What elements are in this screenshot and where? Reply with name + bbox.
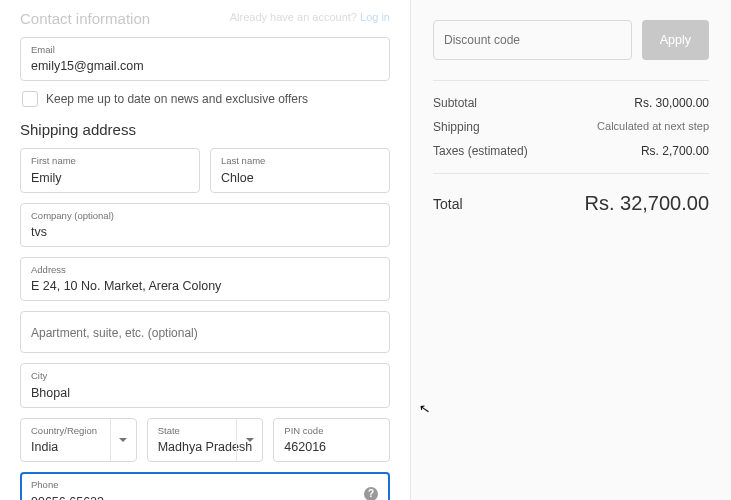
taxes-label: Taxes (estimated) [433,144,528,158]
last-name-value: Chloe [221,171,254,185]
chevron-down-icon [236,419,262,461]
already-account-text: Already have an account? [230,11,357,23]
login-link[interactable]: Log in [360,11,390,23]
contact-info-heading: Contact information [20,10,150,27]
shipping-row: Shipping Calculated at next step [433,115,709,139]
taxes-value: Rs. 2,700.00 [641,144,709,158]
company-label: Company (optional) [31,211,379,221]
last-name-field[interactable]: Last name Chloe [210,148,390,192]
company-field[interactable]: Company (optional) tvs [20,203,390,247]
shipping-address-heading: Shipping address [20,121,390,138]
newsletter-checkbox[interactable] [22,91,38,107]
pin-field[interactable]: PIN code 462016 [273,418,390,462]
phone-field[interactable]: Phone 99656 65623 ? [20,472,390,500]
total-value: Rs. 32,700.00 [584,192,709,215]
address-field[interactable]: Address E 24, 10 No. Market, Arera Colon… [20,257,390,301]
newsletter-label: Keep me up to date on news and exclusive… [46,92,308,106]
state-select[interactable]: State Madhya Pradesh [147,418,264,462]
city-value: Bhopal [31,386,70,400]
last-name-label: Last name [221,156,379,166]
address-label: Address [31,265,379,275]
pin-label: PIN code [284,426,379,436]
country-select[interactable]: Country/Region India [20,418,137,462]
address-value: E 24, 10 No. Market, Arera Colony [31,279,221,293]
city-label: City [31,371,379,381]
help-icon[interactable]: ? [364,487,378,500]
apply-discount-button[interactable]: Apply [642,20,709,60]
chevron-down-icon [110,419,136,461]
first-name-field[interactable]: First name Emily [20,148,200,192]
subtotal-label: Subtotal [433,96,477,110]
first-name-label: First name [31,156,189,166]
cursor-icon: ↖ [418,400,431,417]
city-field[interactable]: City Bhopal [20,363,390,407]
phone-value: 99656 65623 [31,495,104,501]
apartment-field[interactable]: Apartment, suite, etc. (optional) [20,311,390,353]
first-name-value: Emily [31,171,62,185]
shipping-value: Calculated at next step [597,120,709,134]
taxes-row: Taxes (estimated) Rs. 2,700.00 [433,139,709,163]
pin-value: 462016 [284,440,326,454]
discount-code-input[interactable]: Discount code [433,20,632,60]
email-value: emily15@gmail.com [31,59,144,73]
phone-label: Phone [31,480,379,490]
subtotal-value: Rs. 30,000.00 [634,96,709,110]
subtotal-row: Subtotal Rs. 30,000.00 [433,91,709,115]
apartment-placeholder: Apartment, suite, etc. (optional) [31,326,198,340]
total-label: Total [433,196,463,212]
email-label: Email [31,45,379,55]
email-field[interactable]: Email emily15@gmail.com [20,37,390,81]
company-value: tvs [31,225,47,239]
country-value: India [31,440,58,454]
total-row: Total Rs. 32,700.00 [433,184,709,223]
shipping-label: Shipping [433,120,480,134]
